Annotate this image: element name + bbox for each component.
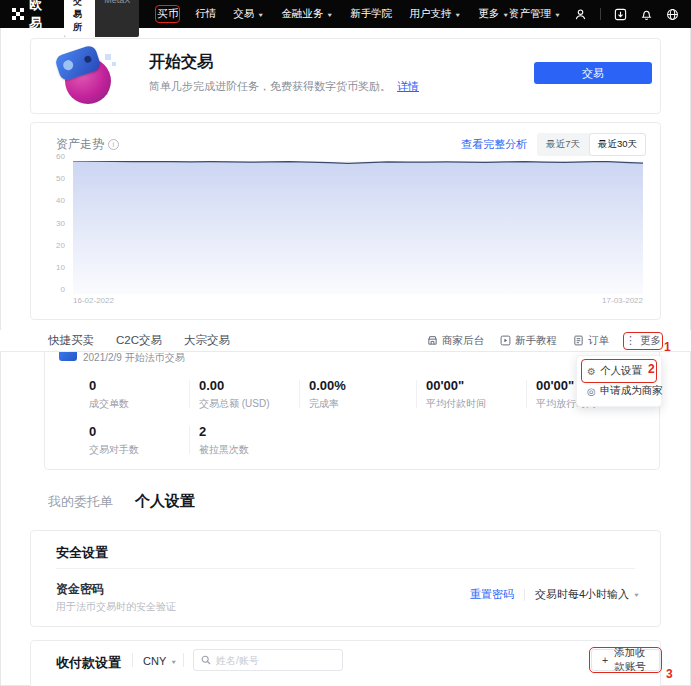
- stat-avg-payment-time: 00'00"平均付款时间: [426, 378, 532, 411]
- gear-icon: ⚙: [587, 366, 596, 377]
- payment-search-box[interactable]: [193, 649, 343, 671]
- merchant-console-action[interactable]: 商家后台: [427, 334, 484, 348]
- y-tick-label: 20: [56, 241, 65, 250]
- payment-settings-card: 收付款设置 CNY▼ + 添加收款账号 3: [30, 640, 661, 686]
- tab-my-orders[interactable]: 我的委托单: [48, 493, 113, 511]
- stat-blacklisted-times: 2被拉黑次数: [199, 424, 305, 457]
- menu-buy-crypto[interactable]: 买币: [157, 7, 178, 21]
- full-analysis-link[interactable]: 查看完整分析: [461, 137, 527, 152]
- chevron-down-icon: ▼: [257, 11, 264, 17]
- chevron-down-icon: ▼: [633, 592, 640, 598]
- chevron-down-icon: ▼: [554, 11, 561, 17]
- merchant-icon: ◎: [587, 386, 596, 397]
- asset-trend-card: 资产走势i 查看完整分析 最近7天 最近30天 0102030405060 16…: [30, 122, 661, 320]
- annotation-3: 3: [666, 667, 673, 681]
- plus-icon: +: [602, 654, 608, 666]
- tutorial-icon: [500, 335, 511, 346]
- y-tick-label: 30: [56, 219, 65, 228]
- divider: [56, 568, 635, 569]
- merchant-stats-card: 2021/2/9 开始法币交易 0成交单数 0.00交易总额 (USD) 0.0…: [44, 341, 660, 470]
- trade-button[interactable]: 交易: [534, 62, 652, 84]
- range-7d[interactable]: 最近7天: [537, 133, 589, 156]
- beginner-tutorial-action[interactable]: 新手教程: [500, 334, 557, 348]
- bell-icon[interactable]: [640, 8, 653, 21]
- start-trading-card: 开始交易 简单几步完成进阶任务，免费获得数字货币奖励。详情 交易: [30, 38, 661, 114]
- range-30d[interactable]: 最近30天: [589, 133, 646, 156]
- currency-select[interactable]: CNY▼: [143, 655, 177, 667]
- x-start-label: 16-02-2022: [73, 296, 114, 305]
- divider: [132, 653, 133, 667]
- user-icon[interactable]: [574, 8, 587, 21]
- reset-password-link[interactable]: 重置密码: [470, 587, 514, 602]
- tab-block-trade[interactable]: 大宗交易: [184, 333, 230, 348]
- security-settings-card: 安全设置 资金密码 用于法币交易时的安全验证 重置密码 交易时每4小时输入▼: [30, 530, 661, 627]
- more-action[interactable]: ⋮ 更多: [625, 334, 661, 348]
- toggle-metax[interactable]: MetaX: [95, 0, 139, 37]
- tab-express-trade[interactable]: 快捷买卖: [48, 333, 94, 348]
- dropdown-item-personal-settings[interactable]: ⚙ 个人设置: [583, 361, 655, 381]
- menu-academy[interactable]: 新手学院: [350, 7, 392, 21]
- x-end-label: 17-03-2022: [602, 296, 643, 305]
- asset-chart-plot: [73, 161, 643, 294]
- password-frequency-select[interactable]: 交易时每4小时输入▼: [535, 587, 640, 602]
- menu-trade[interactable]: 交易▼: [233, 7, 264, 21]
- divider: [183, 653, 184, 667]
- download-icon[interactable]: [614, 8, 627, 21]
- chevron-down-icon: ▼: [326, 11, 333, 17]
- brand-logo[interactable]: 欧易: [12, 0, 50, 32]
- section-tabs: 我的委托单 个人设置: [48, 492, 195, 511]
- y-tick-label: 60: [56, 152, 65, 161]
- asset-chart-svg: [73, 161, 643, 294]
- main-menu: 买币 行情 交易▼ 金融业务▼ 新手学院 用户支持▼ 更多▼: [157, 7, 509, 21]
- stat-completion-rate: 0.00%完成率: [309, 378, 415, 411]
- menu-finance[interactable]: 金融业务▼: [281, 7, 333, 21]
- y-tick-label: 10: [56, 263, 65, 272]
- chevron-down-icon: ▼: [502, 11, 509, 17]
- stat-completed-orders: 0成交单数: [89, 378, 195, 411]
- fund-password-label: 资金密码: [56, 581, 104, 598]
- divider: [600, 8, 601, 20]
- tab-personal-settings[interactable]: 个人设置: [135, 492, 195, 511]
- payment-settings-title: 收付款设置: [56, 654, 121, 672]
- fund-password-desc: 用于法币交易时的安全验证: [56, 600, 176, 614]
- divider: [524, 589, 525, 601]
- orders-action[interactable]: 订单: [573, 334, 609, 348]
- assets-menu[interactable]: 资产管理▼: [509, 7, 561, 21]
- order-icon: [573, 335, 584, 346]
- range-segmented-control: 最近7天 最近30天: [537, 133, 646, 156]
- hero-title: 开始交易: [149, 52, 213, 73]
- brand-name: 欧易: [29, 0, 50, 32]
- details-link[interactable]: 详情: [397, 80, 419, 92]
- menu-support[interactable]: 用户支持▼: [409, 7, 461, 21]
- globe-icon[interactable]: [666, 8, 679, 21]
- exchange-metax-toggle[interactable]: 交易所 MetaX: [64, 0, 139, 37]
- asset-trend-title: 资产走势i: [56, 136, 119, 153]
- mascot-illustration: [55, 46, 117, 108]
- chart-y-axis-labels: 0102030405060: [43, 156, 69, 289]
- trading-since-text: 2021/2/9 开始法币交易: [83, 351, 185, 365]
- security-settings-title: 安全设置: [56, 544, 108, 562]
- navbar-right: 资产管理▼: [509, 7, 679, 21]
- menu-markets[interactable]: 行情: [195, 7, 216, 21]
- more-icon: ⋮: [625, 336, 636, 345]
- stat-counterparties: 0交易对手数: [89, 424, 195, 457]
- toggle-exchange[interactable]: 交易所: [64, 0, 95, 37]
- y-tick-label: 50: [56, 174, 65, 183]
- menu-more[interactable]: 更多▼: [478, 7, 509, 21]
- annotation-1: 1: [664, 340, 671, 354]
- dropdown-item-become-merchant[interactable]: ◎ 申请成为商家: [583, 381, 655, 401]
- add-payment-account-button[interactable]: + 添加收款账号: [591, 649, 660, 671]
- trade-tab-bar: 快捷买卖 C2C交易 大宗交易 商家后台 新手教程 订单 ⋮ 更多: [0, 330, 691, 352]
- hero-subtitle: 简单几步完成进阶任务，免费获得数字货币奖励。详情: [149, 79, 419, 94]
- stat-total-volume: 0.00交易总额 (USD): [199, 378, 305, 411]
- payment-search-input[interactable]: [216, 655, 326, 666]
- annotation-2: 2: [648, 362, 655, 376]
- storefront-icon: [427, 335, 438, 346]
- search-icon: [201, 655, 211, 665]
- chart-x-axis-labels: 16-02-2022 17-03-2022: [73, 296, 643, 308]
- chevron-down-icon: ▼: [454, 11, 461, 17]
- info-icon[interactable]: i: [108, 139, 119, 150]
- okx-logo-icon: [12, 8, 24, 20]
- tab-c2c-trade[interactable]: C2C交易: [116, 333, 162, 348]
- chevron-down-icon: ▼: [170, 658, 177, 664]
